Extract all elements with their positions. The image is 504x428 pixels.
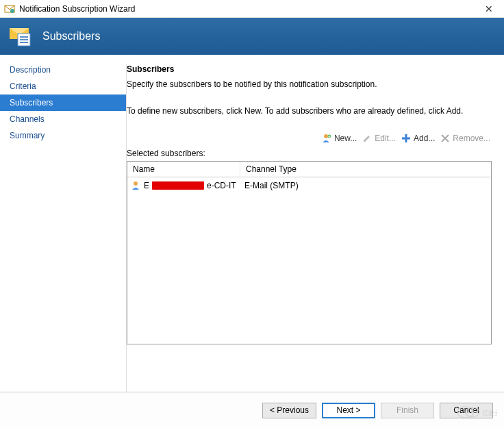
edit-label: Edit... — [375, 134, 396, 143]
watermark: 亿速云 — [456, 404, 497, 423]
page-help: To define new subscribers, click New. To… — [127, 105, 492, 117]
main-area: Description Criteria Subscribers Channel… — [0, 55, 504, 392]
svg-text:亿速云: 亿速云 — [481, 410, 497, 416]
person-icon — [131, 181, 141, 190]
remove-label: Remove... — [453, 134, 490, 143]
row-name-prefix: E — [144, 181, 149, 190]
title-bar: Notification Subscription Wizard ✕ — [0, 0, 504, 18]
svg-rect-5 — [20, 42, 28, 43]
previous-button[interactable]: < Previous — [262, 403, 316, 418]
subscribers-table[interactable]: Name Channel Type Ee-CD-IT E-Mail (SMTP) — [127, 161, 492, 344]
close-button[interactable]: ✕ — [478, 3, 500, 14]
svg-text:★: ★ — [328, 134, 331, 138]
edit-button: Edit... — [362, 134, 396, 143]
row-name-suffix: e-CD-IT — [207, 181, 236, 190]
nav-description[interactable]: Description — [0, 62, 127, 78]
banner-icon — [8, 24, 33, 49]
svg-rect-4 — [20, 39, 28, 40]
list-label: Selected subscribers: — [127, 149, 492, 158]
add-button[interactable]: Add... — [401, 134, 435, 143]
page-heading: Subscribers — [127, 64, 492, 74]
banner-title: Subscribers — [42, 30, 100, 42]
page-description: Specify the subscribers to be notified b… — [127, 79, 492, 89]
table-row[interactable]: Ee-CD-IT E-Mail (SMTP) — [127, 177, 491, 194]
row-type-cell: E-Mail (SMTP) — [240, 179, 491, 192]
nav-subscribers[interactable]: Subscribers — [0, 95, 127, 111]
content-panel: Subscribers Specify the subscribers to b… — [127, 55, 504, 392]
col-channel-type[interactable]: Channel Type — [240, 162, 491, 177]
svg-point-14 — [467, 412, 469, 414]
row-name-cell: Ee-CD-IT — [127, 179, 240, 192]
svg-rect-3 — [20, 36, 28, 38]
remove-button: Remove... — [440, 134, 490, 143]
banner: Subscribers — [0, 18, 504, 55]
wizard-nav: Description Criteria Subscribers Channel… — [0, 55, 127, 392]
wizard-footer: < Previous Next > Finish Cancel — [0, 392, 504, 428]
svg-point-11 — [134, 181, 138, 186]
person-add-icon: ★ — [322, 134, 331, 143]
divider — [126, 64, 127, 392]
nav-channels[interactable]: Channels — [0, 111, 127, 127]
nav-summary[interactable]: Summary — [0, 127, 127, 144]
nav-criteria[interactable]: Criteria — [0, 78, 127, 95]
redacted-text — [152, 181, 204, 190]
add-label: Add... — [414, 134, 435, 143]
col-name[interactable]: Name — [127, 162, 240, 177]
window-title: Notification Subscription Wizard — [19, 4, 478, 14]
app-icon — [4, 3, 15, 14]
new-label: New... — [334, 134, 357, 143]
next-button[interactable]: Next > — [322, 403, 375, 418]
x-icon — [440, 134, 450, 143]
svg-point-15 — [471, 412, 473, 414]
svg-point-1 — [10, 9, 14, 13]
svg-rect-10 — [402, 137, 410, 139]
pencil-icon — [362, 134, 372, 143]
table-header: Name Channel Type — [127, 162, 491, 177]
subscriber-toolbar: ★ New... Edit... Add... Remove... — [127, 134, 492, 143]
finish-button: Finish — [381, 403, 434, 418]
new-button[interactable]: ★ New... — [322, 134, 357, 143]
plus-icon — [401, 134, 411, 143]
